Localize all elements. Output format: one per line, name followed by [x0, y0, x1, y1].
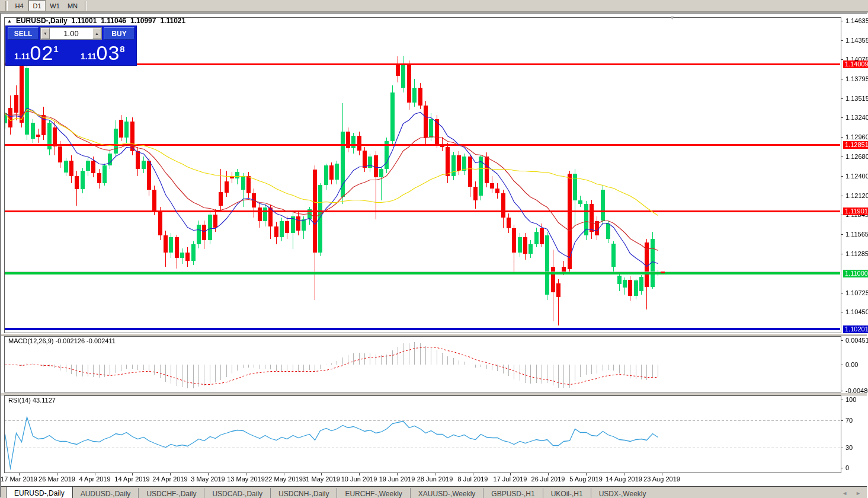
- date-tick-label: 23 Aug 2019: [643, 475, 680, 483]
- date-tick-label: 17 Mar 2019: [1, 475, 37, 483]
- timeframe-button-mn[interactable]: MN: [64, 0, 81, 11]
- chart-tab-bar: EURUSD-,DailyAUDUSD-,DailyUSDCHF-,DailyU…: [1, 486, 867, 498]
- macd-tick-label: -0.004806: [845, 387, 868, 394]
- rsi-tick-label: 100: [845, 396, 856, 403]
- sell-price-pip-digit: 1: [53, 40, 58, 58]
- volume-spinner: ▼ 1.00 ▲: [40, 27, 102, 40]
- date-tick-label: 17 Jul 2019: [494, 475, 527, 483]
- volume-increase-icon[interactable]: ▲: [92, 28, 101, 39]
- price-tick-label: 1.13515: [845, 95, 868, 102]
- toolbar-separator: [85, 1, 87, 11]
- date-tick-label: 14 Aug 2019: [606, 475, 642, 483]
- price-tick-label: 1.10450: [845, 308, 868, 315]
- date-tick-label: 13 May 2019: [227, 475, 265, 483]
- tab-scroll-controls: ◄ ►: [842, 487, 867, 498]
- rsi-indicator-label: RSI(14) 43.1127: [8, 397, 56, 404]
- buy-price-prefix: 1.11: [81, 50, 96, 63]
- one-click-trading-panel: SELL ▼ 1.00 ▲ BUY 1.11 02 1 1.11 03 8: [6, 26, 136, 65]
- chart-shift-marker-icon[interactable]: ▼: [670, 15, 675, 21]
- quote-close: 1.11021: [160, 17, 185, 25]
- date-tick-label: 10 Jun 2019: [341, 475, 377, 483]
- timeframe-button-w1[interactable]: W1: [46, 0, 63, 11]
- price-tick-label: 1.14355: [845, 37, 868, 44]
- tab-usdcnh-daily[interactable]: USDCNH-,Daily: [270, 488, 337, 498]
- date-tick-label: 14 Apr 2019: [114, 475, 149, 483]
- trade-panel-controls: SELL ▼ 1.00 ▲ BUY: [8, 27, 134, 40]
- date-tick-label: 5 Aug 2019: [569, 475, 603, 483]
- quote-header: ▲ EURUSD-,Daily 1.11001 1.11046 1.10997 …: [7, 17, 185, 25]
- quote-high: 1.11046: [101, 17, 126, 25]
- price-tick-label: 1.13240: [845, 114, 868, 121]
- timeframe-button-d1[interactable]: D1: [28, 0, 46, 11]
- price-tick-label: 1.12960: [845, 133, 868, 141]
- date-tick-label: 22 May 2019: [265, 475, 303, 483]
- price-level-badge: 1.11901: [843, 208, 868, 215]
- price-tick-label: 1.12400: [845, 173, 868, 180]
- price-level-badge: 1.12851: [843, 141, 868, 149]
- date-tick-label: 31 May 2019: [302, 475, 340, 483]
- macd-tick-label: 0.00: [845, 361, 858, 368]
- sell-price-big-digits: 02: [30, 43, 53, 63]
- sell-button[interactable]: SELL: [8, 27, 39, 40]
- date-tick-label: 26 Jul 2019: [531, 475, 565, 483]
- rsi-tick-label: 30: [845, 444, 853, 451]
- tab-eurchf-weekly[interactable]: EURCHF-,Weekly: [337, 488, 409, 498]
- tab-xauusd-weekly[interactable]: XAUUSD-,Weekly: [410, 488, 483, 498]
- price-level-badge: 1.14009: [843, 60, 868, 68]
- price-tick-label: 1.12680: [845, 153, 868, 160]
- quote-low: 1.10997: [130, 17, 156, 25]
- price-tick-label: 1.12120: [845, 192, 868, 199]
- tab-usdx-weekly[interactable]: USDX-,Weekly: [591, 488, 654, 498]
- candlestick-chart-canvas[interactable]: [1, 14, 867, 497]
- sell-price-prefix: 1.11: [14, 50, 30, 63]
- date-tick-label: 24 Apr 2019: [152, 475, 187, 483]
- tab-ukoil-h1[interactable]: UKOil-,H1: [543, 488, 591, 498]
- tab-audusd-daily[interactable]: AUDUSD-,Daily: [73, 488, 139, 498]
- price-level-badge: 1.11000: [843, 270, 868, 277]
- price-tick-label: 1.13795: [845, 75, 868, 82]
- tab-usdchf-daily[interactable]: USDCHF-,Daily: [138, 488, 204, 498]
- tab-eurusd-daily[interactable]: EURUSD-,Daily: [6, 486, 73, 498]
- timeframe-buttons: H4D1W1MN: [11, 0, 82, 11]
- price-tick-label: 1.11565: [845, 231, 868, 238]
- tab-scroll-right-icon[interactable]: ►: [856, 490, 861, 496]
- date-tick-label: 4 Apr 2019: [79, 475, 110, 483]
- rsi-tick-label: 0: [845, 464, 849, 471]
- toolbar-separator: [5, 1, 8, 11]
- mt4-terminal: { "toolbar": { "timeframes": [ {"label":…: [0, 0, 868, 498]
- tab-scroll-left-icon[interactable]: ◄: [842, 490, 847, 496]
- date-tick-label: 8 Jul 2019: [458, 475, 488, 483]
- date-tick-label: 28 Jun 2019: [417, 475, 453, 483]
- tab-usdcad-daily[interactable]: USDCAD-,Daily: [204, 488, 270, 498]
- macd-indicator-label: MACD(12,26,9) -0.002126 -0.002411: [8, 337, 116, 344]
- collapse-panel-icon[interactable]: ▲: [7, 18, 12, 24]
- volume-input[interactable]: 1.00: [50, 28, 92, 39]
- date-tick-label: 26 Mar 2019: [39, 475, 75, 483]
- date-tick-label: 19 Jun 2019: [379, 475, 415, 483]
- macd-tick-label: 0.004517: [845, 337, 868, 344]
- buy-price-big-digits: 03: [96, 43, 120, 63]
- volume-decrease-icon[interactable]: ▼: [41, 28, 50, 39]
- date-tick-label: 3 May 2019: [191, 475, 225, 483]
- buy-price[interactable]: 1.11 03 8: [81, 40, 125, 64]
- price-level-badge: 1.10201: [843, 325, 868, 333]
- buy-button[interactable]: BUY: [104, 27, 134, 40]
- price-tick-label: 1.14635: [845, 17, 868, 24]
- timeframe-button-h4[interactable]: H4: [11, 0, 28, 11]
- price-tick-label: 1.11285: [845, 250, 868, 257]
- chart-window: ▲ EURUSD-,Daily 1.11001 1.11046 1.10997 …: [0, 12, 868, 498]
- buy-price-pip-digit: 8: [120, 40, 124, 58]
- symbol-period-label: EURUSD-,Daily: [16, 17, 68, 25]
- tab-gbpusd-h1[interactable]: GBPUSD-,H1: [483, 488, 542, 498]
- rsi-tick-label: 70: [845, 417, 853, 424]
- timeframe-toolbar: H4D1W1MN: [0, 0, 868, 12]
- chart-tabs: EURUSD-,DailyAUDUSD-,DailyUSDCHF-,DailyU…: [6, 486, 654, 498]
- quote-open: 1.11001: [72, 17, 97, 25]
- sell-price[interactable]: 1.11 02 1: [14, 40, 59, 64]
- price-tick-label: 1.10725: [845, 289, 868, 296]
